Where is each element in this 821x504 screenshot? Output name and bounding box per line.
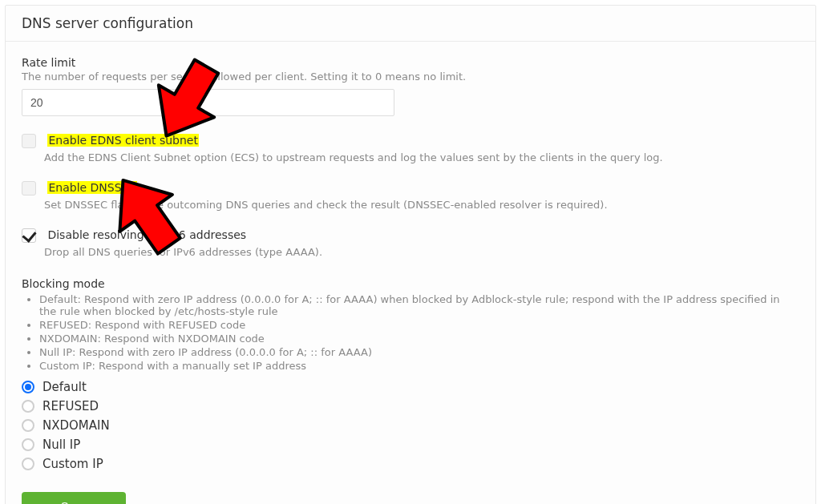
blocking-mode-title: Blocking mode bbox=[22, 277, 799, 290]
radio-refused[interactable] bbox=[22, 400, 34, 413]
edns-desc: Add the EDNS Client Subnet option (ECS) … bbox=[44, 151, 799, 163]
dnssec-checkbox[interactable] bbox=[22, 181, 36, 196]
edns-row: Enable EDNS client subnet Add the EDNS C… bbox=[22, 134, 799, 163]
blocking-mode-desc-item: Null IP: Respond with zero IP address (0… bbox=[39, 346, 799, 358]
radio-nxdomain[interactable] bbox=[22, 419, 34, 432]
radio-row-refused[interactable]: REFUSED bbox=[22, 399, 799, 413]
radio-label-default: Default bbox=[42, 380, 87, 394]
rate-limit-label: Rate limit bbox=[22, 56, 799, 69]
disable-ipv6-row: Disable resolving of IPv6 addresses Drop… bbox=[22, 228, 799, 258]
radio-row-default[interactable]: Default bbox=[22, 380, 799, 394]
edns-label[interactable]: Enable EDNS client subnet bbox=[47, 134, 199, 147]
radio-row-nullip[interactable]: Null IP bbox=[22, 437, 799, 452]
blocking-mode-desc-item: REFUSED: Respond with REFUSED code bbox=[39, 319, 799, 331]
settings-card: DNS server configuration Rate limit The … bbox=[5, 5, 816, 504]
blocking-mode-desc-item: NXDOMAIN: Respond with NXDOMAIN code bbox=[39, 333, 799, 345]
radio-default[interactable] bbox=[22, 381, 34, 393]
disable-ipv6-checkbox[interactable] bbox=[22, 228, 36, 243]
radio-row-customip[interactable]: Custom IP bbox=[22, 457, 799, 471]
blocking-mode-desc-item: Default: Respond with zero IP address (0… bbox=[39, 293, 799, 317]
card-body: Rate limit The number of requests per se… bbox=[6, 42, 815, 504]
radio-label-refused: REFUSED bbox=[42, 399, 99, 413]
radio-customip[interactable] bbox=[22, 458, 34, 470]
rate-limit-input[interactable] bbox=[22, 89, 394, 116]
edns-checkbox[interactable] bbox=[22, 134, 36, 148]
dnssec-label[interactable]: Enable DNSSEC bbox=[47, 181, 137, 194]
disable-ipv6-desc: Drop all DNS queries for IPv6 addresses … bbox=[44, 246, 799, 258]
radio-row-nxdomain[interactable]: NXDOMAIN bbox=[22, 418, 799, 433]
radio-label-nxdomain: NXDOMAIN bbox=[42, 418, 110, 433]
dnssec-row: Enable DNSSEC Set DNSSEC flag in the out… bbox=[22, 181, 799, 211]
radio-label-customip: Custom IP bbox=[42, 457, 103, 471]
card-title: DNS server configuration bbox=[6, 6, 815, 42]
blocking-mode-desc-list: Default: Respond with zero IP address (0… bbox=[22, 293, 799, 372]
dnssec-desc: Set DNSSEC flag in the outcoming DNS que… bbox=[44, 199, 799, 211]
radio-nullip[interactable] bbox=[22, 438, 34, 451]
radio-label-nullip: Null IP bbox=[42, 437, 80, 452]
disable-ipv6-label[interactable]: Disable resolving of IPv6 addresses bbox=[47, 228, 246, 241]
blocking-mode-desc-item: Custom IP: Respond with a manually set I… bbox=[39, 360, 799, 372]
save-button[interactable]: Save bbox=[22, 492, 126, 504]
rate-limit-desc: The number of requests per second allowe… bbox=[22, 71, 799, 83]
blocking-mode-radio-group: Default REFUSED NXDOMAIN Null IP Custom … bbox=[22, 380, 799, 471]
